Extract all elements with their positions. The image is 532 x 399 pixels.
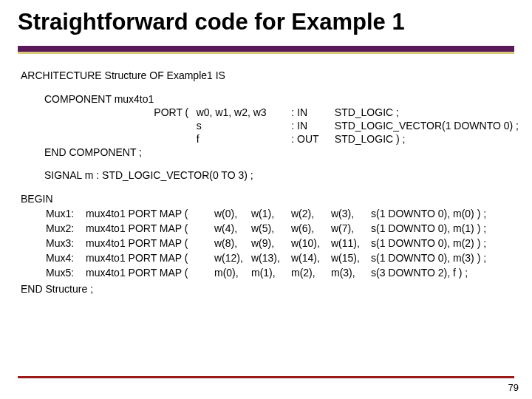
port-direction: : IN — [291, 106, 335, 120]
port-type: STD_LOGIC ) ; — [335, 133, 519, 146]
arg: m(3), — [331, 267, 369, 280]
port-map-row: Mux5: mux4to1 PORT MAP ( m(0), m(1), m(2… — [46, 267, 486, 280]
port-map-table: Mux1: mux4to1 PORT MAP ( w(0), w(1), w(2… — [44, 206, 488, 282]
arg: w(15), — [331, 252, 369, 265]
arg: w(1), — [251, 208, 290, 221]
port-map-row: Mux4: mux4to1 PORT MAP ( w(12), w(13), w… — [46, 252, 486, 265]
instance-call: mux4to1 PORT MAP ( — [86, 208, 213, 221]
arg-rest: s(1 DOWNTO 0), m(0) ) ; — [371, 208, 486, 221]
port-map-block: Mux1: mux4to1 PORT MAP ( w(0), w(1), w(2… — [21, 206, 519, 282]
arg-rest: s(1 DOWNTO 0), m(2) ) ; — [371, 237, 486, 250]
arg: w(13), — [251, 252, 290, 265]
port-keyword: PORT ( — [154, 106, 196, 120]
page-number: 79 — [508, 382, 519, 393]
arg: w(14), — [291, 252, 330, 265]
arg: w(6), — [291, 222, 330, 236]
instance-call: mux4to1 PORT MAP ( — [86, 252, 213, 265]
port-table: COMPONENT mux4to1 PORT ( w0, w1, w2, w3 … — [44, 93, 519, 146]
port-signal: s — [197, 120, 292, 133]
port-signal: w0, w1, w2, w3 — [197, 106, 292, 120]
port-map-row: Mux3: mux4to1 PORT MAP ( w(8), w(9), w(1… — [46, 237, 486, 250]
title-rule-light — [18, 52, 514, 54]
signal-declaration: SIGNAL m : STD_LOGIC_VECTOR(0 TO 3) ; — [21, 169, 519, 183]
architecture-line: ARCHITECTURE Structure OF Example1 IS — [21, 69, 519, 83]
arg: w(12), — [214, 252, 250, 265]
slide-body: ARCHITECTURE Structure OF Example1 IS CO… — [21, 69, 519, 296]
arg: m(1), — [251, 267, 290, 280]
slide-title: Straightforward code for Example 1 — [18, 9, 523, 35]
arg: w(9), — [251, 237, 290, 250]
arg: w(7), — [331, 222, 369, 236]
arg: m(0), — [214, 267, 250, 280]
port-direction: : OUT — [291, 133, 335, 146]
end-structure: END Structure ; — [21, 283, 519, 296]
arg: w(11), — [331, 237, 369, 250]
instance-label: Mux5: — [46, 267, 84, 280]
instance-label: Mux4: — [46, 252, 84, 265]
instance-call: mux4to1 PORT MAP ( — [86, 267, 213, 280]
port-type: STD_LOGIC ; — [335, 106, 519, 120]
port-type: STD_LOGIC_VECTOR(1 DOWNTO 0) ; — [335, 120, 519, 133]
component-label: COMPONENT mux4to1 — [44, 93, 154, 106]
title-rule-dark — [18, 46, 514, 52]
instance-call: mux4to1 PORT MAP ( — [86, 222, 213, 236]
arg-rest: s(1 DOWNTO 0), m(3) ) ; — [371, 252, 486, 265]
arg: w(2), — [291, 208, 330, 221]
instance-label: Mux2: — [46, 222, 84, 236]
port-map-row: Mux1: mux4to1 PORT MAP ( w(0), w(1), w(2… — [46, 208, 486, 221]
instance-label: Mux3: — [46, 237, 84, 250]
begin-keyword: BEGIN — [21, 193, 519, 206]
instance-label: Mux1: — [46, 208, 84, 221]
arg: w(3), — [331, 208, 369, 221]
arg-rest: s(1 DOWNTO 0), m(1) ) ; — [371, 222, 486, 236]
footer-rule — [18, 376, 514, 378]
component-block: COMPONENT mux4to1 PORT ( w0, w1, w2, w3 … — [21, 93, 519, 160]
arg-rest: s(3 DOWNTO 2), f ) ; — [371, 267, 486, 280]
arg: w(5), — [251, 222, 290, 236]
port-direction: : IN — [291, 120, 335, 133]
arg: m(2), — [291, 267, 330, 280]
arg: w(8), — [214, 237, 250, 250]
instance-call: mux4to1 PORT MAP ( — [86, 237, 213, 250]
slide: Straightforward code for Example 1 ARCHI… — [0, 0, 532, 399]
port-map-row: Mux2: mux4to1 PORT MAP ( w(4), w(5), w(6… — [46, 222, 486, 236]
port-signal: f — [197, 133, 292, 146]
arg: w(10), — [291, 237, 330, 250]
end-component: END COMPONENT ; — [44, 146, 519, 160]
arg: w(0), — [214, 208, 250, 221]
arg: w(4), — [214, 222, 250, 236]
